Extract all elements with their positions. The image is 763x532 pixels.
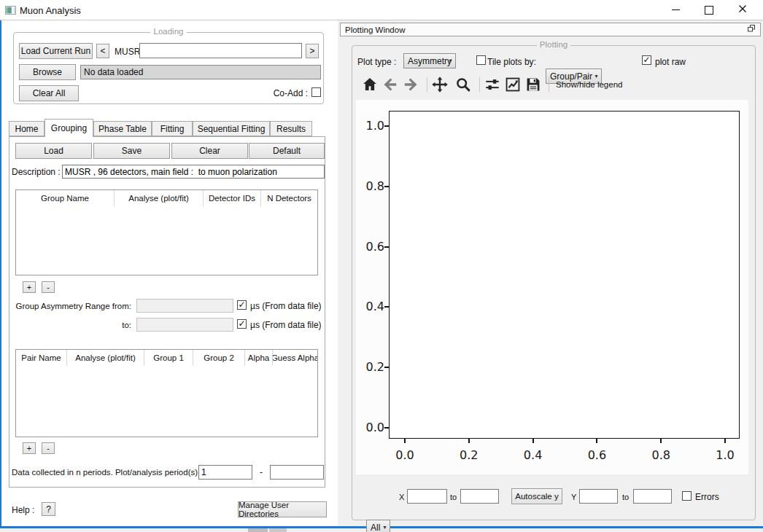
x-to-input[interactable] [460, 489, 499, 504]
clear-all-button[interactable]: Clear All [19, 85, 79, 101]
errors-checkbox[interactable] [682, 491, 692, 501]
tile-plots-checkbox[interactable] [476, 55, 486, 65]
home-icon[interactable] [361, 76, 379, 93]
close-icon [738, 4, 747, 15]
tab-results[interactable]: Results [270, 121, 312, 136]
periods-label: Data collected in n periods. Plot/analys… [12, 468, 202, 477]
window-titlebar: Muon Analysis [0, 0, 763, 20]
load-current-run-button[interactable]: Load Current Run [19, 43, 93, 59]
maximize-icon [705, 6, 713, 15]
help-label: Help : [12, 505, 34, 515]
y-to-input[interactable] [633, 489, 672, 504]
plot-figure: 0.00.20.40.60.81.01.00.80.60.40.20.0 [356, 100, 748, 474]
group-table-header[interactable]: Analyse (plot/fit) [115, 190, 204, 206]
grouping-load-button[interactable]: Load [15, 143, 92, 159]
group-table[interactable]: Group Name Analyse (plot/fit) Detector I… [15, 189, 318, 275]
y-tick-mark [384, 246, 389, 248]
save-icon[interactable] [524, 76, 542, 93]
subplot-config-icon[interactable] [484, 76, 501, 93]
asymmetry-range-to-input[interactable] [136, 318, 233, 332]
asymmetry-from-datafile-checkbox[interactable]: ✓ [237, 300, 247, 310]
grouping-save-button[interactable]: Save [93, 143, 170, 159]
forward-icon[interactable] [402, 76, 419, 93]
background-window-fragment [269, 528, 287, 532]
pair-table-header[interactable]: Alpha [245, 350, 273, 366]
errors-label: Errors [695, 492, 719, 502]
tab-sequential-fitting[interactable]: Sequential Fitting [193, 121, 270, 136]
tab-grouping[interactable]: Grouping [44, 119, 93, 137]
x-tick-label: 1.0 [709, 448, 741, 462]
app-icon [5, 6, 16, 17]
zoom-icon[interactable] [454, 76, 472, 93]
show-hide-legend-button[interactable]: Show/hide legend [556, 80, 622, 89]
tab-fitting[interactable]: Fitting [152, 121, 193, 136]
x-tick-mark [724, 439, 726, 443]
x-tick-mark [660, 439, 662, 443]
pair-table-header[interactable]: Pair Name [16, 350, 67, 366]
axes-edit-icon[interactable] [504, 76, 522, 93]
pair-table-header[interactable]: Group 1 [144, 350, 193, 366]
browse-button[interactable]: Browse [19, 64, 76, 80]
asymmetry-range-from-label: Group Asymmetry Range from: [7, 302, 131, 310]
asymmetry-range-to-label: to: [7, 321, 131, 329]
pair-table-header[interactable]: Analyse (plot/fit) [67, 350, 144, 366]
x-tick-label: 0.4 [517, 448, 549, 462]
dock-float-icon[interactable] [747, 24, 756, 35]
pair-add-button[interactable]: + [23, 442, 36, 454]
group-add-button[interactable]: + [23, 281, 36, 293]
run-number-input[interactable] [139, 43, 302, 58]
x-tick-mark [404, 439, 406, 443]
tab-phase-table[interactable]: Phase Table [93, 121, 152, 136]
toolbar-separator [427, 77, 427, 92]
range-scope-select[interactable]: All ▼ [366, 520, 390, 532]
group-table-header[interactable]: Detector IDs [204, 190, 261, 206]
period-from-input[interactable] [198, 465, 252, 480]
x-tick-mark [596, 439, 597, 443]
y-from-input[interactable] [579, 489, 618, 504]
x-tick-label: 0.2 [453, 448, 485, 462]
description-input[interactable] [62, 165, 325, 179]
y-tick-mark [384, 306, 389, 308]
background-window-fragment [248, 528, 268, 532]
co-add-checkbox[interactable] [311, 87, 321, 97]
manage-user-directories-button[interactable]: Manage User Directories [238, 501, 327, 517]
group-remove-button[interactable]: - [42, 281, 55, 293]
group-table-header[interactable]: N Detectors [261, 190, 317, 206]
pair-table-header[interactable]: Guess Alpha [273, 350, 317, 366]
asymmetry-to-datafile-checkbox[interactable]: ✓ [237, 319, 247, 329]
plot-raw-checkbox[interactable]: ✓ [642, 55, 651, 65]
plot-type-select[interactable]: Asymmetry ▼ [403, 53, 456, 69]
plotting-dock-titlebar[interactable]: Plotting Window [340, 23, 761, 36]
previous-run-button[interactable]: < [96, 44, 109, 58]
chevron-down-icon: ▼ [448, 58, 453, 63]
autoscale-y-button[interactable]: Autoscale y [511, 488, 562, 504]
period-dash-label: - [260, 467, 263, 477]
grouping-clear-button[interactable]: Clear [171, 143, 248, 159]
grouping-default-button[interactable]: Default [249, 143, 325, 159]
x-to-label: to [450, 493, 457, 501]
maximize-button[interactable] [694, 0, 724, 20]
help-button[interactable]: ? [42, 502, 55, 516]
minimize-icon [672, 9, 680, 10]
load-status-field: No data loaded [80, 65, 321, 79]
minimize-button[interactable] [660, 0, 691, 20]
pair-table[interactable]: Pair Name Analyse (plot/fit) Group 1 Gro… [15, 349, 318, 437]
plot-canvas[interactable] [389, 111, 740, 439]
x-from-input[interactable] [407, 489, 447, 504]
instrument-label: MUSR [115, 47, 140, 57]
pair-table-header[interactable]: Group 2 [193, 350, 245, 366]
plot-raw-label: plot raw [655, 57, 686, 67]
period-to-input[interactable] [270, 465, 324, 480]
group-table-header[interactable]: Group Name [16, 190, 115, 206]
back-icon[interactable] [382, 76, 399, 93]
close-button[interactable] [727, 0, 758, 20]
co-add-label: Co-Add : [266, 88, 308, 98]
asymmetry-range-from-input[interactable] [136, 299, 233, 313]
window-title: Muon Analysis [20, 5, 81, 16]
pan-icon[interactable] [431, 76, 449, 93]
next-run-button[interactable]: > [306, 44, 319, 58]
x-range-label: X [399, 493, 404, 501]
y-tick-label: 0.2 [360, 360, 384, 374]
pair-remove-button[interactable]: - [42, 442, 55, 454]
tab-home[interactable]: Home [9, 121, 44, 136]
